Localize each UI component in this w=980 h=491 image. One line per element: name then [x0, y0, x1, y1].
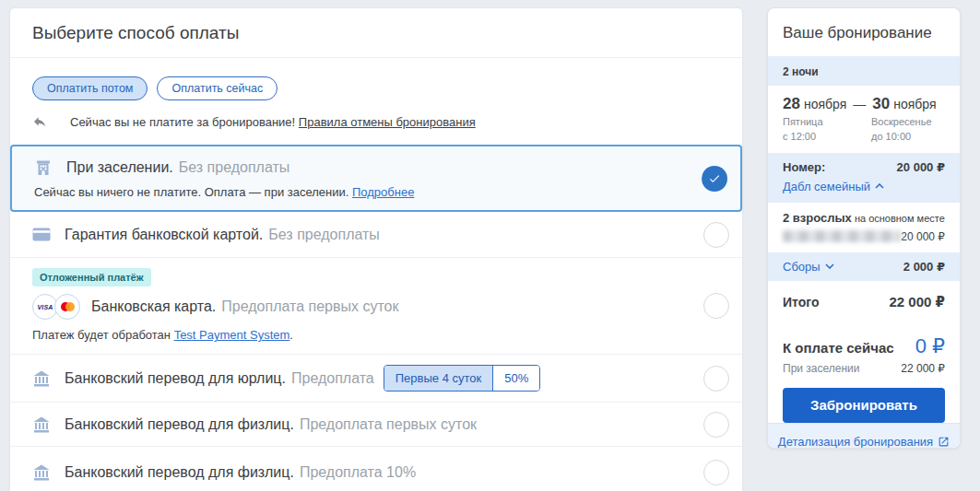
option-wire-individual-10-percent[interactable]: Банковский перевод для физлиц. Предоплат…	[10, 447, 742, 491]
guests-placement: на основном месте	[852, 213, 945, 224]
nights-count: 2 ночи	[783, 65, 819, 78]
checkout-weekday: Воскресенье	[871, 116, 932, 127]
deferred-payment-badge: Отложенный платёж	[32, 268, 151, 286]
option-title: Гарантия банковской картой.	[65, 227, 263, 243]
chevron-down-icon	[825, 263, 834, 269]
total-row: Итого 22 000 ₽	[768, 281, 960, 322]
room-type-link[interactable]: Дабл семейный	[783, 180, 884, 193]
bank-icon	[32, 415, 51, 434]
payment-panel-header: Выберите способ оплаты	[10, 8, 742, 58]
pay-now-row: К оплате сейчас 0 ₽	[768, 322, 960, 360]
guest-name-redacted	[783, 230, 901, 242]
checkin-time: с 12:00	[783, 131, 816, 142]
option-bank-card[interactable]: Отложенный платёж VISA Банков	[10, 258, 742, 355]
pay-later-price: 22 000 ₽	[901, 362, 945, 375]
visa-mastercard-icons: VISA	[32, 294, 80, 320]
total-price: 22 000 ₽	[890, 294, 945, 310]
option-subtitle: Предоплата первых суток	[300, 416, 477, 433]
option-wire-legal[interactable]: Банковский перевод для юрлиц. Предоплата…	[10, 355, 742, 403]
bank-icon	[32, 369, 51, 388]
fees-strip: Сборы 2 000 ₽	[768, 252, 960, 281]
option-title: Банковский перевод для физлиц.	[65, 464, 294, 481]
guests-block: 2 взрослых на основном месте 20 000 ₽	[768, 203, 960, 252]
option-subtitle: Предоплата первых суток	[221, 298, 398, 315]
fees-label: Сборы	[783, 260, 821, 274]
checkout-month: ноября	[893, 97, 936, 111]
option-title: Банковский перевод для юрлиц.	[65, 370, 286, 387]
more-details-link[interactable]: Подробнее	[352, 185, 414, 199]
tab-pay-later[interactable]: Оплатить потом	[32, 76, 148, 100]
checkin-weekday: Пятница	[783, 116, 823, 127]
cancellation-notice: Сейчас вы не платите за бронирование! Пр…	[10, 100, 742, 129]
option-subtitle: Без предоплаты	[268, 227, 380, 243]
pay-now-label: К оплате сейчас	[783, 340, 894, 356]
checkout-time: до 10:00	[871, 131, 911, 142]
fees-link[interactable]: Сборы	[783, 260, 834, 274]
external-link-icon	[938, 436, 950, 448]
pay-now-price: 0 ₽	[915, 334, 945, 358]
option-subtitle: Предоплата 10%	[300, 464, 416, 481]
fees-price: 2 000 ₽	[903, 260, 945, 274]
checkin-day: 28	[783, 95, 800, 113]
checkout-day: 30	[872, 95, 890, 113]
radio-unselected[interactable]	[703, 412, 729, 438]
option-subtitle: Без предоплаты	[179, 159, 290, 176]
dates-block: 28 ноября — 30 ноября Пятница с 12:00 Во…	[768, 86, 960, 153]
guests-count: 2 взрослых	[783, 211, 852, 225]
hotel-building-icon	[34, 158, 53, 177]
radio-unselected[interactable]	[703, 460, 729, 485]
processor-text: Платеж будет обработан	[32, 328, 171, 342]
booking-summary-panel: Ваше бронирование 2 ночи 28 ноября — 30 …	[767, 7, 961, 449]
option-title: При заселении.	[66, 159, 173, 176]
dates-dash: —	[853, 97, 866, 111]
payment-methods-panel: Выберите способ оплаты Оплатить потом Оп…	[9, 7, 743, 491]
checkin-month: ноября	[804, 97, 846, 111]
processor-text-suffix: .	[289, 328, 293, 342]
room-price: 20 000 ₽	[897, 160, 945, 174]
option-description: Сейчас вы ничего не платите. Оплата — пр…	[34, 185, 348, 199]
room-strip: Номер: 20 000 ₽ Дабл семейный	[768, 153, 960, 203]
bank-icon	[32, 463, 51, 482]
booking-details-label: Детализация бронирования	[778, 435, 933, 449]
toggle-50-percent[interactable]: 50%	[492, 366, 539, 391]
pay-later-label: При заселении	[783, 362, 860, 375]
guests-price: 20 000 ₽	[901, 230, 945, 243]
total-label: Итого	[783, 295, 819, 310]
room-label: Номер:	[783, 160, 825, 174]
option-title: Банковская карта.	[91, 298, 216, 315]
radio-unselected[interactable]	[703, 293, 729, 319]
toggle-first-4-nights[interactable]: Первые 4 суток	[384, 366, 492, 391]
reply-arrow-icon	[32, 114, 47, 129]
option-wire-individual-first-night[interactable]: Банковский перевод для физлиц. Предоплат…	[10, 403, 742, 447]
option-title: Банковский перевод для физлиц.	[65, 416, 294, 433]
booking-footer: Детализация бронирования	[768, 423, 960, 449]
booking-title: Ваше бронирование	[768, 8, 960, 56]
payment-timing-tabs: Оплатить потом Оплатить сейчас	[10, 58, 742, 100]
book-button[interactable]: Забронировать	[783, 388, 945, 423]
chevron-up-icon	[875, 183, 884, 189]
tab-pay-now[interactable]: Оплатить сейчас	[157, 76, 277, 100]
credit-card-icon	[32, 228, 51, 241]
payment-options-list: При заселении. Без предоплаты Сейчас вы …	[10, 145, 742, 491]
notice-text: Сейчас вы не платите за бронирование!	[70, 115, 295, 129]
cancellation-rules-link[interactable]: Правила отмены бронирования	[299, 115, 476, 129]
payment-system-link[interactable]: Test Payment System	[174, 328, 290, 342]
page: Выберите способ оплаты Оплатить потом Оп…	[0, 0, 980, 491]
radio-unselected[interactable]	[703, 366, 729, 392]
prepayment-toggle: Первые 4 суток 50%	[384, 365, 541, 392]
mastercard-icon	[54, 294, 80, 320]
radio-selected[interactable]	[702, 166, 727, 192]
pay-later-row: При заселении 22 000 ₽	[768, 360, 960, 386]
room-type-label: Дабл семейный	[783, 180, 870, 193]
option-subtitle: Предоплата	[291, 370, 374, 387]
radio-unselected[interactable]	[703, 222, 729, 248]
nights-strip: 2 ночи	[768, 56, 960, 86]
page-title: Выберите способ оплаты	[32, 23, 720, 43]
option-pay-on-arrival[interactable]: При заселении. Без предоплаты Сейчас вы …	[10, 145, 742, 212]
booking-details-link[interactable]: Детализация бронирования	[778, 435, 950, 449]
option-card-guarantee[interactable]: Гарантия банковской картой. Без предопла…	[10, 212, 742, 258]
